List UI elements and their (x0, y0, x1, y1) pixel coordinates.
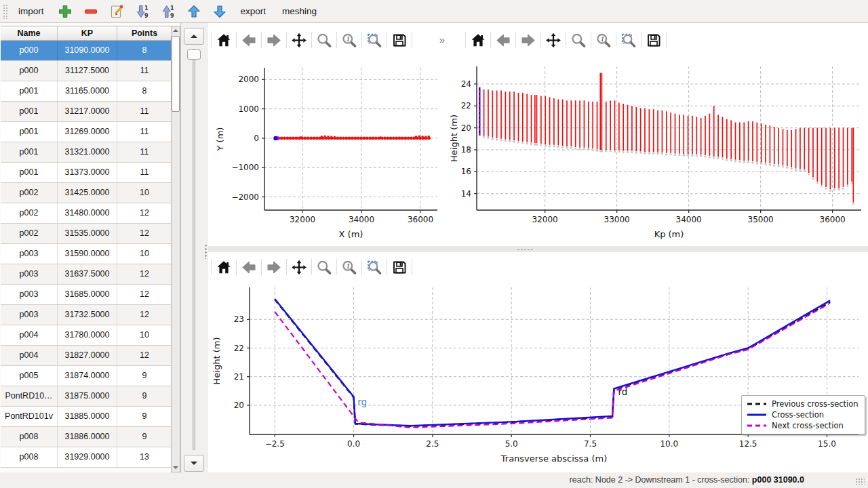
table-scrollbar-down-icon[interactable] (171, 463, 180, 472)
move-up-button[interactable] (182, 2, 205, 21)
forward-button[interactable] (262, 29, 286, 51)
legend-entry: Next cross-section (747, 420, 859, 431)
svg-text:Y (m): Y (m) (215, 127, 225, 152)
table-cell: 10 (117, 325, 172, 345)
profile-plot-toolbar (465, 28, 667, 52)
back-button[interactable] (237, 29, 261, 51)
pan-button[interactable] (541, 29, 566, 51)
vertical-splitter-handle[interactable] (205, 244, 207, 259)
svg-text:10.0: 10.0 (660, 439, 678, 449)
table-row[interactable]: PontRD10…31875.00009 (1, 386, 172, 407)
table-row[interactable]: p00831929.000013 (1, 447, 172, 468)
home-button[interactable] (212, 256, 236, 278)
table-row[interactable]: p00231480.000012 (1, 203, 172, 224)
table-row[interactable]: p00431827.000012 (1, 346, 172, 366)
table-cell: 31827.0000 (58, 346, 117, 365)
table-row[interactable]: p00831886.00009 (1, 427, 172, 447)
zoom-button[interactable] (312, 29, 336, 51)
save-button[interactable] (387, 29, 412, 51)
table-cell: 31637.5000 (58, 264, 117, 284)
import-button[interactable]: import (12, 2, 51, 21)
table-cell: 8 (117, 41, 172, 60)
horizontal-splitter-handle[interactable] (517, 249, 534, 251)
slider-down-button[interactable] (184, 455, 204, 472)
table-cell: PontRD10… (1, 386, 58, 406)
slider-up-button[interactable] (184, 28, 204, 45)
cross-section-slider[interactable] (193, 49, 195, 450)
zoom-selection-icon (366, 32, 382, 49)
pan-button[interactable] (287, 29, 311, 51)
table-row[interactable]: p00431780.000010 (1, 325, 172, 346)
save-button[interactable] (642, 29, 666, 51)
add-cross-section-button[interactable] (54, 2, 77, 21)
column-header-name[interactable]: Name (1, 26, 58, 40)
sort-ascending-button[interactable] (157, 2, 180, 21)
table-scrollbar-thumb[interactable] (172, 36, 180, 112)
zoom-one-icon (595, 32, 612, 49)
resize-grip-icon[interactable] (855, 478, 865, 485)
save-button[interactable] (387, 256, 412, 278)
pan-button[interactable] (287, 256, 311, 278)
zoom-one-button[interactable] (337, 256, 361, 278)
table-row[interactable]: p00331637.500012 (1, 264, 172, 285)
table-body: p00031090.00008p00031127.500011p00131165… (1, 41, 172, 468)
table-row[interactable]: p00131217.000011 (1, 102, 172, 122)
table-cell: 8 (117, 81, 172, 101)
zoom-button[interactable] (312, 256, 336, 278)
zoom-one-button[interactable] (337, 29, 361, 51)
svg-text:36000: 36000 (408, 215, 433, 224)
table-row[interactable]: PontRD101v31885.00009 (1, 407, 172, 427)
table-row[interactable]: p00331732.500012 (1, 305, 172, 325)
zoom-selection-button[interactable] (362, 29, 387, 51)
xy-plot-canvas[interactable]: 320003400036000−2000−1000010002000X (m)Y… (208, 54, 448, 247)
table-row[interactable]: p00031090.00008 (1, 41, 172, 61)
cross-section-plot-canvas[interactable]: −2.50.02.55.07.510.012.515.020212223Tran… (208, 278, 868, 472)
table-row[interactable]: p00031127.500011 (1, 61, 172, 81)
table-row[interactable]: p00131373.000011 (1, 163, 172, 183)
svg-text:24: 24 (461, 79, 471, 89)
home-button[interactable] (212, 29, 236, 51)
toolbar-overflow-button[interactable]: » (435, 30, 449, 49)
toolbar-grip[interactable] (3, 4, 7, 19)
edit-cross-section-button[interactable] (105, 2, 128, 21)
table-row[interactable]: p00331590.000010 (1, 244, 172, 264)
table-cell: p004 (1, 325, 58, 345)
export-button[interactable]: export (234, 2, 273, 21)
profile-plot-canvas[interactable]: 3200033000340003500036000141618202224Kp … (448, 54, 868, 247)
table-cell: p003 (1, 244, 58, 264)
table-row[interactable]: p00131269.000011 (1, 122, 172, 142)
zoom-selection-button[interactable] (362, 256, 387, 278)
table-header[interactable]: NameKPPoints (1, 26, 172, 41)
table-row[interactable]: p00231425.000010 (1, 183, 172, 203)
sort-descending-button[interactable] (131, 2, 154, 21)
forward-button[interactable] (516, 29, 540, 51)
table-cell: p001 (1, 102, 58, 121)
table-cell: p003 (1, 285, 58, 304)
table-row[interactable]: p00131165.00008 (1, 81, 172, 102)
zoom-one-button[interactable] (591, 29, 616, 51)
pan-icon (545, 32, 561, 49)
home-button[interactable] (466, 29, 490, 51)
back-icon (241, 259, 257, 276)
table-scrollbar-up-icon[interactable] (171, 26, 180, 35)
forward-button[interactable] (262, 256, 286, 278)
meshing-button[interactable]: meshing (275, 2, 323, 21)
back-button[interactable] (491, 29, 515, 51)
zoom-selection-button[interactable] (616, 29, 641, 51)
svg-text:23: 23 (234, 314, 244, 324)
horizontal-splitter[interactable] (208, 246, 868, 252)
svg-text:32000: 32000 (290, 215, 315, 224)
cross-section-slider-handle[interactable] (187, 49, 201, 60)
table-row[interactable]: p00331685.000012 (1, 285, 172, 305)
table-row[interactable]: p00131321.000011 (1, 142, 172, 163)
remove-cross-section-button[interactable] (79, 2, 102, 21)
move-down-button[interactable] (208, 2, 231, 21)
back-button[interactable] (237, 256, 261, 278)
zoom-button[interactable] (566, 29, 591, 51)
table-cell: 11 (117, 61, 172, 81)
column-header-kp[interactable]: KP (58, 26, 117, 40)
table-row[interactable]: p00531874.00009 (1, 366, 172, 386)
table-row[interactable]: p00231535.000012 (1, 224, 172, 244)
table-cell: 31269.0000 (58, 122, 117, 142)
column-header-points[interactable]: Points (117, 26, 172, 40)
